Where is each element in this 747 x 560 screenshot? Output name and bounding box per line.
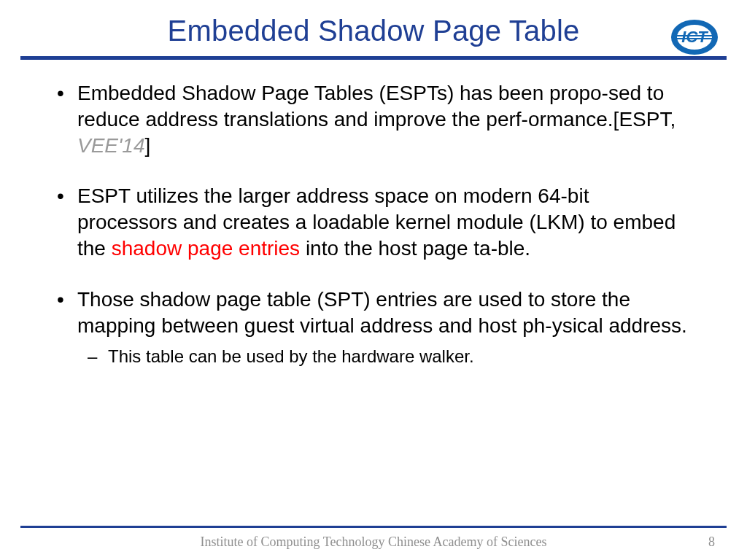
bullet-list: Embedded Shadow Page Tables (ESPTs) has …: [53, 80, 694, 368]
bullet-text: ]: [145, 134, 151, 157]
footer-divider: [20, 526, 727, 528]
slide: Embedded Shadow Page Table ICT Embedded …: [0, 0, 747, 560]
bullet-text: into the host page ta-ble.: [300, 237, 530, 260]
bullet-item: ESPT utilizes the larger address space o…: [53, 183, 694, 261]
ict-logo-icon: ICT: [665, 18, 724, 57]
highlight-text: shadow page entries: [112, 237, 300, 260]
bullet-item: Those shadow page table (SPT) entries ar…: [53, 287, 694, 368]
sub-bullet-item: This table can be used by the hardware w…: [77, 345, 694, 368]
footer-text: Institute of Computing Technology Chines…: [0, 534, 747, 550]
slide-title: Embedded Shadow Page Table: [51, 15, 696, 47]
svg-text:ICT: ICT: [681, 28, 708, 46]
slide-body: Embedded Shadow Page Tables (ESPTs) has …: [0, 60, 747, 368]
bullet-text: Those shadow page table (SPT) entries ar…: [77, 288, 687, 337]
sub-bullet-text: This table can be used by the hardware w…: [108, 346, 474, 366]
bullet-item: Embedded Shadow Page Tables (ESPTs) has …: [53, 80, 694, 158]
slide-header: Embedded Shadow Page Table ICT: [0, 0, 747, 47]
citation: VEE'14: [77, 134, 145, 157]
page-number: 8: [708, 534, 715, 550]
sub-bullet-list: This table can be used by the hardware w…: [77, 345, 694, 368]
bullet-text: Embedded Shadow Page Tables (ESPTs) has …: [77, 82, 676, 131]
